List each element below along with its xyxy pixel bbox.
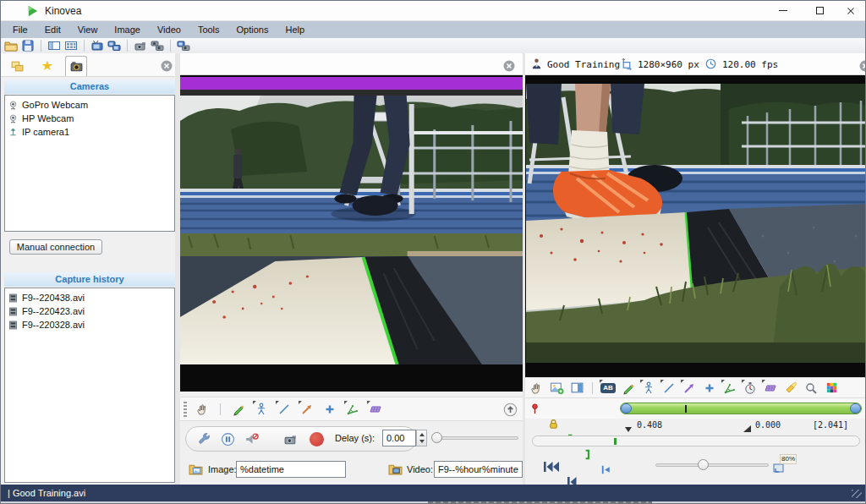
collapse-up-icon[interactable] xyxy=(503,402,518,417)
magnifier-icon[interactable] xyxy=(803,381,819,396)
two-players-icon[interactable] xyxy=(107,39,121,52)
player-video-frame xyxy=(526,84,866,363)
delay-slider[interactable] xyxy=(434,436,518,440)
history-list-item[interactable]: F9--220328.avi xyxy=(5,318,174,331)
one-player-icon[interactable] xyxy=(90,39,104,52)
selection-duration-value: [2.041] xyxy=(813,420,848,430)
marker-icon[interactable] xyxy=(322,402,337,417)
posture-icon[interactable] xyxy=(254,402,269,417)
snapshot-camera-icon[interactable] xyxy=(282,431,298,446)
minimize-button[interactable] xyxy=(766,1,800,20)
side-by-side-icon[interactable] xyxy=(569,381,584,396)
camera-feed-purple-bar xyxy=(180,77,523,90)
menu-file[interactable]: File xyxy=(4,21,36,38)
go-first-icon[interactable] xyxy=(542,459,561,474)
history-list-item[interactable]: F9--220438.avi xyxy=(5,291,174,304)
resize-grip[interactable] xyxy=(852,490,862,498)
angle-icon[interactable] xyxy=(345,402,360,417)
marker-pin-icon[interactable] xyxy=(527,401,542,416)
menu-options[interactable]: Options xyxy=(228,21,277,38)
arrow-icon[interactable] xyxy=(299,402,315,417)
capture-video-frame xyxy=(180,96,523,364)
capture-close-icon[interactable] xyxy=(502,58,516,73)
pencil-icon[interactable] xyxy=(231,402,246,417)
chronometer-icon[interactable] xyxy=(743,381,758,396)
delay-value-input[interactable] xyxy=(382,430,416,446)
file-explorer-tab-icon[interactable] xyxy=(6,56,28,76)
app-logo-icon xyxy=(27,5,39,17)
arrow-icon[interactable] xyxy=(682,381,697,396)
seek-bar[interactable] xyxy=(532,436,860,446)
menu-help[interactable]: Help xyxy=(277,21,313,38)
thumbnails-icon[interactable] xyxy=(64,39,78,52)
line-icon[interactable] xyxy=(661,381,677,396)
image-size-value: 1280×960 px xyxy=(638,59,699,70)
marker-icon[interactable] xyxy=(702,381,717,396)
configure-wrench-icon[interactable] xyxy=(196,431,211,446)
working-zone-start-handle[interactable] xyxy=(621,403,632,414)
history-file-label: F9--220328.avi xyxy=(22,320,85,330)
camera-list-item[interactable]: HP Webcam xyxy=(5,112,174,125)
text-tool-icon[interactable]: AB xyxy=(600,381,616,396)
angle-icon[interactable] xyxy=(722,381,737,396)
plane-icon[interactable] xyxy=(763,381,778,396)
player-header: Good Training 1280×960 px 120.00 fps xyxy=(525,53,866,75)
line-icon[interactable] xyxy=(277,402,292,417)
manual-connection-button[interactable]: Manual connection xyxy=(9,239,102,255)
two-mixed-icon[interactable] xyxy=(177,39,190,52)
menu-view[interactable]: View xyxy=(69,21,107,38)
speaker-mute-icon[interactable] xyxy=(244,431,259,446)
close-button[interactable] xyxy=(834,1,866,20)
menu-bar: File Edit View Image Video Tools Options… xyxy=(1,21,866,38)
image-filename-input[interactable] xyxy=(236,461,346,478)
hand-icon[interactable] xyxy=(195,402,210,417)
delay-spinner[interactable] xyxy=(416,430,427,446)
sidebar-close-icon[interactable] xyxy=(160,58,173,73)
delay-slider-thumb[interactable] xyxy=(431,432,442,443)
spotlight-icon[interactable] xyxy=(783,381,798,396)
speed-slider[interactable] xyxy=(655,463,769,467)
toolbar-grip[interactable] xyxy=(184,402,187,417)
cameras-tab-icon[interactable] xyxy=(65,56,87,76)
menu-video[interactable]: Video xyxy=(149,21,189,38)
plane-icon[interactable] xyxy=(368,402,383,417)
posture-icon[interactable] xyxy=(641,381,656,396)
pencil-icon[interactable] xyxy=(621,381,636,396)
player-video-display[interactable] xyxy=(525,75,866,377)
two-captures-icon[interactable] xyxy=(151,39,164,52)
camera-label: IP camera1 xyxy=(22,127,69,137)
pause-icon[interactable] xyxy=(220,431,235,446)
speed-slider-thumb[interactable] xyxy=(698,459,709,470)
menu-edit[interactable]: Edit xyxy=(36,21,69,38)
record-icon[interactable] xyxy=(310,432,324,446)
menu-tools[interactable]: Tools xyxy=(189,21,228,38)
open-file-icon[interactable] xyxy=(4,39,18,52)
cameras-list[interactable]: GoPro Webcam HP Webcam IP camera1 xyxy=(4,95,175,232)
camera-list-item[interactable]: IP camera1 xyxy=(5,125,174,139)
file-explorer-icon[interactable] xyxy=(47,39,61,52)
save-icon[interactable] xyxy=(21,39,35,52)
webcam-icon xyxy=(8,100,19,111)
working-zone-bar[interactable] xyxy=(620,403,862,414)
maximize-button[interactable] xyxy=(803,1,836,20)
cameras-header: Cameras xyxy=(4,79,175,94)
color-profile-icon[interactable] xyxy=(824,381,839,396)
menu-image[interactable]: Image xyxy=(106,21,149,38)
hand-icon[interactable] xyxy=(529,381,544,396)
selection-start-marker-icon xyxy=(743,420,751,436)
camera-list-item[interactable]: GoPro Webcam xyxy=(5,98,174,112)
history-list-item[interactable]: F9--220423.avi xyxy=(5,304,174,318)
playback-controls: 80% xyxy=(525,451,866,485)
working-zone-end-handle[interactable] xyxy=(850,403,861,414)
zoom-level-icon[interactable]: 80% xyxy=(772,459,786,474)
one-capture-icon[interactable] xyxy=(134,39,147,52)
commentary-image-icon[interactable] xyxy=(549,381,564,396)
capture-video-display[interactable] xyxy=(180,75,523,392)
kinovea-window: Kinovea File Edit View Image Video Tools… xyxy=(0,0,866,504)
video-filename-input[interactable] xyxy=(434,461,523,478)
status-bar: | Good Training.avi xyxy=(1,485,866,501)
favorites-star-icon[interactable]: ★ xyxy=(36,56,58,76)
player-close-icon[interactable] xyxy=(858,58,866,73)
playhead-cursor[interactable] xyxy=(685,405,687,413)
capture-history-list[interactable]: F9--220438.avi F9--220423.avi F9--220328… xyxy=(4,288,175,483)
